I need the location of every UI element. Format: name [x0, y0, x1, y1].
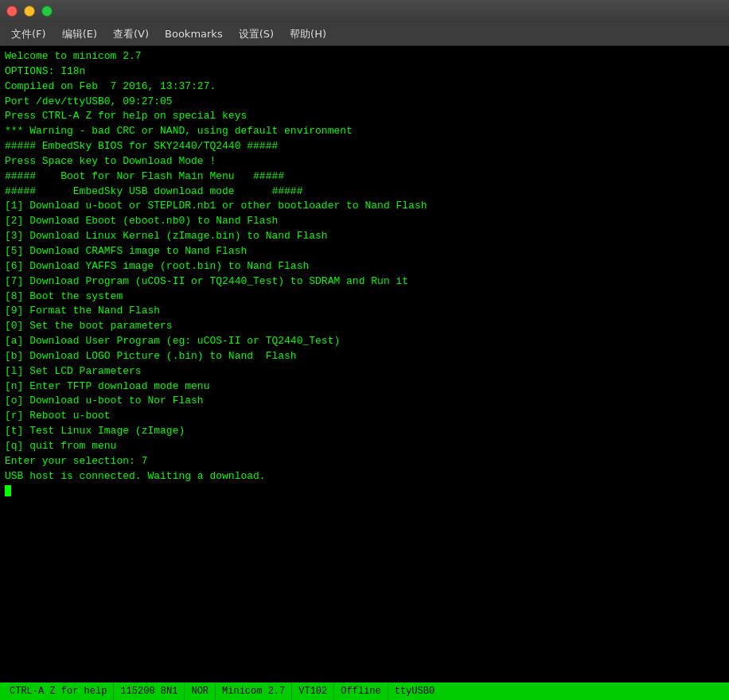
- terminal-line: [l] Set LCD Parameters: [5, 364, 724, 379]
- terminal-cursor: [5, 485, 11, 496]
- terminal-line: *** Warning - bad CRC or NAND, using def…: [5, 124, 724, 139]
- terminal-line: [8] Boot the system: [5, 290, 724, 305]
- maximize-button[interactable]: [41, 6, 53, 17]
- terminal-line: [2] Download Eboot (eboot.nb0) to Nand F…: [5, 214, 724, 229]
- terminal-line: [9] Format the Nand Flash: [5, 304, 724, 319]
- terminal-line: [1] Download u-boot or STEPLDR.nb1 or ot…: [5, 199, 724, 214]
- terminal-line: [5, 484, 724, 499]
- status-item: VT102: [292, 682, 334, 700]
- terminal-line: [7] Download Program (uCOS-II or TQ2440_…: [5, 274, 724, 290]
- menu-item[interactable]: 编辑(E): [54, 24, 105, 45]
- status-item: Minicom 2.7: [216, 682, 292, 700]
- terminal-line: [3] Download Linux Kernel (zImage.bin) t…: [5, 229, 724, 244]
- menu-item[interactable]: 设置(S): [231, 24, 282, 45]
- terminal-line: [r] Reboot u-boot: [5, 409, 724, 424]
- terminal-line: ##### EmbedSky BIOS for SKY2440/TQ2440 #…: [5, 139, 724, 154]
- menubar: 文件(F)编辑(E)查看(V)Bookmarks设置(S)帮助(H): [0, 22, 729, 46]
- terminal-line: [n] Enter TFTP download mode menu: [5, 379, 724, 395]
- terminal-line: USB host is connected. Waiting a downloa…: [5, 469, 724, 484]
- menu-item[interactable]: 文件(F): [3, 24, 54, 45]
- terminal-line: OPTIONS: I18n: [5, 64, 724, 80]
- terminal-line: Port /dev/ttyUSB0, 09:27:05: [5, 95, 724, 110]
- terminal-line: [6] Download YAFFS image (root.bin) to N…: [5, 259, 724, 274]
- terminal-line: [a] Download User Program (eg: uCOS-II o…: [5, 334, 724, 349]
- status-item: 115200 8N1: [114, 682, 185, 700]
- status-item: Offline: [334, 682, 388, 700]
- terminal-line: [0] Set the boot parameters: [5, 319, 724, 334]
- terminal-line: [q] quit from menu: [5, 439, 724, 454]
- terminal[interactable]: Welcome to minicom 2.7OPTIONS: I18nCompi…: [0, 46, 729, 700]
- terminal-line: Welcome to minicom 2.7: [5, 49, 724, 64]
- terminal-line: Press Space key to Download Mode !: [5, 154, 724, 169]
- terminal-line: Enter your selection: 7: [5, 454, 724, 469]
- terminal-line: [b] Download LOGO Picture (.bin) to Nand…: [5, 349, 724, 364]
- terminal-line: ##### Boot for Nor Flash Main Menu #####: [5, 169, 724, 185]
- menu-item[interactable]: Bookmarks: [157, 25, 231, 43]
- terminal-line: ##### EmbedSky USB download mode #####: [5, 185, 724, 200]
- menu-item[interactable]: 查看(V): [105, 24, 157, 45]
- titlebar: [0, 0, 729, 22]
- menu-item[interactable]: 帮助(H): [282, 24, 334, 45]
- status-item: ttyUSB0: [388, 682, 441, 700]
- terminal-line: [t] Test Linux Image (zImage): [5, 424, 724, 439]
- terminal-line: [5] Download CRAMFS image to Nand Flash: [5, 244, 724, 259]
- minimize-button[interactable]: [24, 6, 35, 17]
- close-button[interactable]: [6, 6, 18, 17]
- status-item: NOR: [185, 682, 216, 700]
- terminal-output: Welcome to minicom 2.7OPTIONS: I18nCompi…: [0, 46, 729, 682]
- status-item: CTRL-A Z for help: [3, 682, 114, 700]
- terminal-line: Compiled on Feb 7 2016, 13:37:27.: [5, 80, 724, 95]
- statusbar: CTRL-A Z for help115200 8N1NORMinicom 2.…: [0, 682, 729, 700]
- terminal-line: Press CTRL-A Z for help on special keys: [5, 109, 724, 124]
- terminal-line: [o] Download u-boot to Nor Flash: [5, 394, 724, 409]
